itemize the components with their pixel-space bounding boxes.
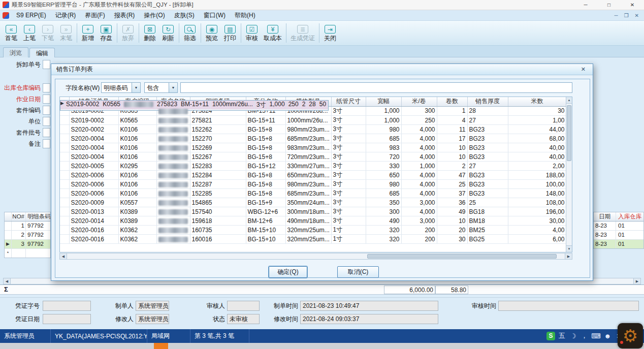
menu-interface[interactable]: 界面(F) [80, 10, 109, 20]
chevron-down-icon[interactable]: ▼ [132, 83, 140, 92]
user-icon[interactable]: ☻ [603, 331, 612, 340]
toolbar-add-button[interactable]: +新增 [79, 23, 97, 43]
chevron-down-icon[interactable]: ▼ [169, 83, 177, 92]
menu-items: S9 ERP(E)记录(R)界面(F)报表(R)操作(O)皮肤(S)窗口(W)帮… [12, 10, 260, 20]
detail-row-right-3[interactable]: 8-2301 [594, 240, 643, 249]
assistant-gear-widget[interactable]: ⚙ [618, 323, 643, 348]
toolbar-save-button[interactable]: ▣存盘 [97, 23, 115, 43]
scroll-up-icon[interactable]: ▲ [566, 97, 572, 104]
toolbar-print-button[interactable]: ▤打印 [221, 23, 239, 43]
keyboard-icon[interactable]: ⌨ [591, 331, 601, 340]
fullhalf-width-icon[interactable]: ☽ [569, 331, 577, 340]
filter-value-input[interactable] [180, 82, 572, 93]
sogou-icon[interactable]: S [546, 332, 555, 340]
field-input-2[interactable] [43, 94, 50, 104]
dialog-close-icon[interactable]: ✕ [579, 66, 588, 73]
field-select[interactable]: 明细条码 ▼ [101, 82, 141, 93]
table-row[interactable]: ▶S2019-0002K0565275823BM-15+111000mm/26u… [60, 100, 329, 111]
footer-value-0-3[interactable]: 2021-08-23 10:49:47 [300, 301, 438, 311]
column-header-8[interactable]: 米/卷 [401, 97, 437, 106]
toolbar-first-record-button[interactable]: «首笔 [2, 23, 20, 43]
column-header-7[interactable]: 宽幅 [366, 97, 401, 106]
vscroll-thumb[interactable] [567, 105, 571, 161]
menu-skin[interactable]: 皮肤(S) [170, 10, 199, 20]
column-header-11[interactable]: 米数 [508, 97, 566, 106]
menu-operation[interactable]: 操作(O) [139, 10, 169, 20]
toolbar-delete-button[interactable]: ⊠删除 [141, 23, 159, 43]
footer-value-0-4[interactable] [498, 301, 639, 311]
footer-value-0-1[interactable]: 系统管理员 [136, 301, 169, 311]
ok-button[interactable]: 确定(Q) [269, 266, 307, 278]
detail-row-4[interactable]: * [5, 249, 50, 258]
mdi-close-icon[interactable]: ✕ [635, 13, 639, 18]
footer-value-0-0[interactable] [43, 301, 91, 311]
hscroll-thumb[interactable] [367, 254, 557, 259]
table-row[interactable]: S2020-0013K0389157540WBG-12+6300mm/18um.… [60, 207, 566, 216]
table-vscrollbar[interactable]: ▲ ▼ [566, 97, 572, 252]
punctuation-icon[interactable]: ， [580, 331, 589, 340]
menu-s9erp[interactable]: S9 ERP(E) [12, 10, 51, 20]
field-input-0[interactable] [43, 60, 50, 69]
taskbar-app-chip[interactable] [154, 343, 168, 349]
menu-window[interactable]: 窗口(W) [199, 10, 230, 20]
table-row[interactable]: S2020-0016K0362160016BG-15+10320mm/25um.… [60, 235, 566, 244]
field-input-5[interactable] [43, 128, 50, 137]
table-row[interactable]: S2020-0006K0106152287BG-15+8980mm/23um..… [60, 180, 566, 189]
scroll-right-icon[interactable]: ▶ [565, 253, 572, 259]
column-header-9[interactable]: 卷数 [437, 97, 467, 106]
scroll-left-icon[interactable]: ◀ [4, 278, 11, 284]
table-row[interactable]: S2020-0009K0557154865BG-15+9350mm/24um..… [60, 198, 566, 207]
field-input-4[interactable] [43, 117, 50, 126]
column-header-6[interactable]: 纸管尺寸 [331, 97, 366, 106]
table-row[interactable]: S2020-0002K0106152262BG-15+8980mm/23um..… [60, 125, 566, 134]
scroll-left-icon[interactable]: ◀ [60, 253, 67, 259]
footer-value-1-3[interactable]: 2021-08-24 09:03:37 [300, 314, 438, 324]
table-row[interactable]: S2020-0016K0362160735BM-15+10320mm/25um.… [60, 226, 566, 235]
mdi-minimize-icon[interactable]: ─ [615, 13, 618, 18]
detail-row-1[interactable]: 197792 [5, 221, 50, 231]
table-row[interactable]: S2020-0014K0389159618BM-12+6490mm/18um..… [60, 216, 566, 226]
wubi-mode-icon[interactable]: 五 [558, 331, 566, 340]
detail-row-right-1[interactable]: 8-2301 [594, 221, 643, 231]
detail-row-right-2[interactable]: 8-2301 [594, 231, 643, 240]
menu-help[interactable]: 帮助(H) [230, 10, 260, 20]
close-icon[interactable]: ✕ [621, 0, 644, 10]
toolbar-cost-button[interactable]: ¥取成本 [261, 23, 284, 43]
toolbar-filter-button[interactable]: 筛选 [181, 23, 199, 43]
menu-record[interactable]: 记录(R) [51, 10, 81, 20]
minimize-icon[interactable]: ─ [574, 0, 597, 10]
menu-report[interactable]: 报表(R) [110, 10, 140, 20]
table-row[interactable]: S2020-0006K0106152285BG-15+8685mm/23um..… [60, 189, 566, 198]
field-input-1[interactable] [43, 83, 50, 92]
table-row[interactable]: S2020-0004K0106152270BG-15+8685mm/23um..… [60, 134, 566, 143]
mdi-restore-icon[interactable]: ❐ [624, 13, 629, 18]
cancel-button[interactable]: 取消(C) [337, 266, 379, 278]
table-row[interactable]: S2020-0005K0295152283BG-15+12330mm/27um.… [60, 162, 566, 171]
footer-value-1-1[interactable]: 系统管理员 [136, 314, 169, 324]
field-input-6[interactable] [43, 139, 50, 148]
table-row[interactable]: S2020-0006K0106152284BG-15+8650mm/23um..… [60, 171, 566, 180]
tab-edit[interactable]: 编辑 [29, 48, 55, 58]
table-row[interactable]: S2020-0004K0106152267BG-15+8720mm/23um..… [60, 152, 566, 162]
footer-value-1-0[interactable] [43, 314, 91, 324]
toolbar-prev-record-button[interactable]: ‹上笔 [20, 23, 39, 43]
table-row[interactable]: S2019-0002K0565275821BG-15+111000mm/26u.… [60, 116, 566, 125]
toolbar-refresh-button[interactable]: ↻刷新 [159, 23, 177, 43]
operator-select[interactable]: 包含 ▼ [144, 82, 178, 93]
dialog-title-bar[interactable]: 销售订单列表 ✕ [51, 64, 593, 75]
scroll-down-icon[interactable]: ▼ [566, 245, 572, 252]
scroll-right-icon[interactable]: ▶ [633, 278, 640, 284]
detail-row-3[interactable]: ▶397792 [5, 240, 50, 249]
cell-spec: 685mm/23um... [285, 189, 331, 198]
toolbar-close-doc-button[interactable]: ⇥关闭 [321, 23, 339, 43]
cell-product: BG-15+10 [246, 235, 285, 244]
column-header-10[interactable]: 销售厚度 [467, 97, 508, 106]
tab-browse[interactable]: 浏览 [3, 47, 28, 57]
toolbar-preview-button[interactable]: ◉预览 [203, 23, 221, 43]
field-input-3[interactable] [43, 106, 50, 115]
maximize-icon[interactable]: □ [597, 0, 621, 10]
table-hscrollbar[interactable]: ◀ ▶ [59, 253, 572, 260]
toolbar-audit-button[interactable]: ☑审核 [243, 23, 261, 43]
table-row[interactable]: S2020-0004K0106152269BG-15+8983mm/23um..… [60, 143, 566, 152]
detail-row-2[interactable]: 297792 [5, 231, 50, 240]
